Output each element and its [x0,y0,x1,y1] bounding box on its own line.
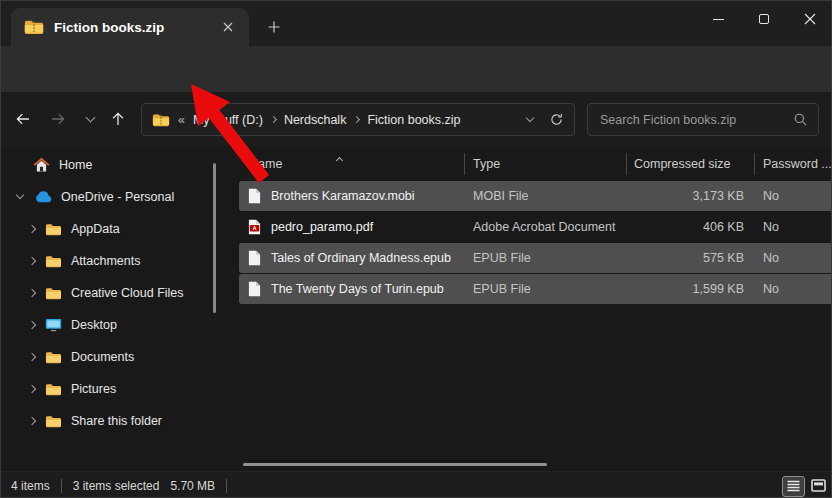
thumbnail-view-icon [811,479,826,492]
column-divider[interactable] [464,153,465,175]
folder-icon [45,287,62,300]
window-controls [695,1,832,37]
chevron-right-icon[interactable] [28,225,36,233]
table-row[interactable]: A pedro_paramo.pdf Adobe Acrobat Documen… [239,212,832,242]
refresh-icon[interactable] [549,112,564,127]
file-password: No [763,181,779,211]
forward-button[interactable] [44,105,72,133]
column-header-password[interactable]: Password ... [763,149,832,179]
zip-folder-icon [24,19,44,35]
horizontal-scrollbar[interactable] [243,463,547,466]
file-password: No [763,243,779,273]
table-row[interactable]: Brothers Karamazov.mobi MOBI File 3,173 … [239,181,832,211]
folder-icon [45,223,62,236]
search-input[interactable] [598,112,793,128]
status-divider [226,479,227,493]
tab-close-icon[interactable] [217,16,239,38]
sidebar-item-label: Documents [71,350,134,364]
breadcrumb-drive[interactable]: My Stuff (D:) [193,113,263,127]
table-row[interactable]: Tales of Ordinary Madness.epub EPUB File… [239,243,832,273]
column-header-name[interactable]: Name [249,149,282,179]
sidebar-item-label: Share this folder [71,414,162,428]
sidebar-item-appdata[interactable]: AppData [19,213,231,245]
up-button[interactable] [104,105,132,133]
zip-folder-icon [152,113,170,127]
sidebar-item-pictures[interactable]: Pictures [19,373,231,405]
folder-icon [45,255,62,268]
new-tab-button[interactable] [261,14,287,40]
sidebar-item-label: Home [59,158,92,172]
sort-ascending-icon [337,152,342,166]
file-icon [248,250,261,266]
sidebar-item-documents[interactable]: Documents [19,341,231,373]
back-button[interactable] [9,105,37,133]
sidebar-item-label: Pictures [71,382,116,396]
selection-count: 3 items selected [73,479,160,493]
file-size: 406 KB [591,212,744,242]
thumbnail-view-toggle[interactable] [808,476,828,495]
file-icon [248,188,261,204]
chevron-right-icon[interactable] [28,385,36,393]
navigation-bar: « My Stuff (D:) Nerdschalk Fiction books… [1,92,832,146]
command-toolbar: New A [1,46,832,92]
sidebar-item-label: AppData [71,222,120,236]
selection-size: 5.70 MB [170,479,215,493]
item-count: 4 items [11,479,50,493]
chevron-right-icon[interactable] [28,353,36,361]
titlebar: Fiction books.zip [1,1,832,46]
onedrive-icon [33,191,52,203]
chevron-right-icon[interactable] [28,257,36,265]
file-name: Tales of Ordinary Madness.epub [271,243,451,273]
column-divider[interactable] [626,153,627,175]
folder-icon [45,383,62,396]
file-name: pedro_paramo.pdf [271,212,373,242]
sidebar-item-desktop[interactable]: Desktop [19,309,231,341]
file-type: EPUB File [473,243,531,273]
folder-icon [45,415,62,428]
pdf-icon: A [248,219,261,235]
file-password: No [763,212,779,242]
chevron-right-icon[interactable] [28,289,36,297]
file-size: 1,599 KB [591,274,744,304]
chevron-down-icon [85,112,95,122]
recent-locations-button[interactable] [76,105,104,133]
sidebar-item-share-this-folder[interactable]: Share this folder [19,405,231,437]
sidebar-item-onedrive[interactable]: OneDrive - Personal [7,181,231,213]
sidebar: Home OneDrive - Personal AppData Attachm… [1,149,231,461]
file-size: 3,173 KB [591,181,744,211]
address-bar[interactable]: « My Stuff (D:) Nerdschalk Fiction books… [141,103,575,136]
close-button[interactable] [787,1,832,37]
chevron-right-icon[interactable] [28,321,36,329]
chevron-right-icon[interactable] [28,417,36,425]
sidebar-item-label: OneDrive - Personal [61,190,174,204]
column-header-compressed-size[interactable]: Compressed size [634,149,731,179]
chevron-down-icon[interactable] [16,191,24,199]
minimize-button[interactable] [695,1,741,37]
breadcrumb-collapsed-indicator[interactable]: « [178,113,185,127]
details-view-toggle[interactable] [782,476,805,497]
address-dropdown-icon[interactable] [526,113,534,121]
sidebar-item-home[interactable]: Home [7,149,231,181]
table-row[interactable]: The Twenty Days of Turin.epub EPUB File … [239,274,832,304]
status-divider [61,479,62,493]
sidebar-item-creative-cloud-files[interactable]: Creative Cloud Files [19,277,231,309]
details-view-icon [787,480,800,492]
column-header-type[interactable]: Type [473,149,500,179]
chevron-right-icon [270,116,277,123]
svg-text:A: A [253,225,257,231]
home-icon [33,157,50,173]
file-type: MOBI File [473,181,529,211]
sidebar-scrollbar[interactable] [213,163,216,313]
maximize-button[interactable] [741,1,787,37]
sidebar-item-attachments[interactable]: Attachments [19,245,231,277]
file-list: Name Type Compressed size Password ... B… [239,149,832,469]
column-divider[interactable] [754,153,755,175]
status-bar: 4 items 3 items selected 5.70 MB [1,471,832,498]
explorer-tab[interactable]: Fiction books.zip [11,8,249,46]
tab-title: Fiction books.zip [54,20,217,35]
file-size: 575 KB [591,243,744,273]
breadcrumb-current[interactable]: Fiction books.zip [367,113,460,127]
breadcrumb-folder[interactable]: Nerdschalk [284,113,347,127]
folder-icon [45,351,62,364]
file-type: EPUB File [473,274,531,304]
